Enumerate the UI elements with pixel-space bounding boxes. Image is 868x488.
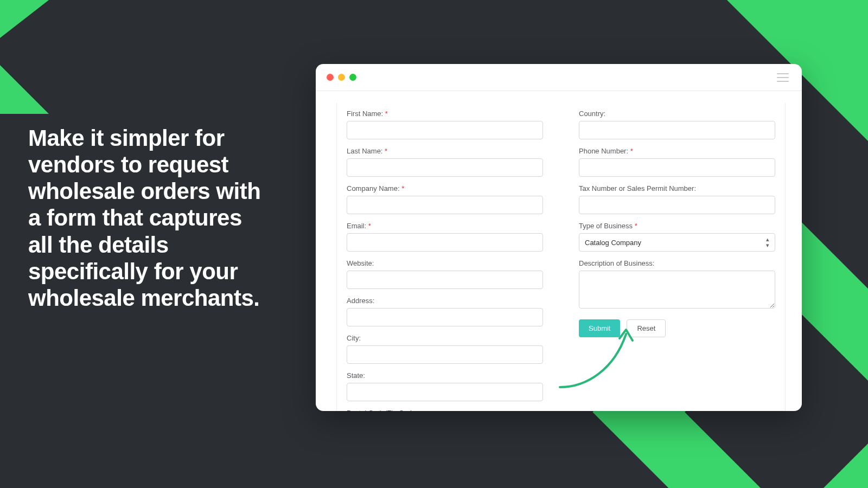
required-marker: * (385, 147, 387, 155)
label-phone: Phone Number: * (579, 147, 775, 155)
field-postal-code: Postal Code/Zip Code: (347, 409, 543, 411)
input-tax-number[interactable] (579, 196, 775, 214)
required-marker: * (401, 184, 404, 192)
input-phone[interactable] (579, 158, 775, 177)
field-email: Email: * (347, 222, 543, 252)
hamburger-menu-icon[interactable] (777, 73, 789, 82)
field-business-description: Description of Business: (579, 259, 775, 311)
select-business-type-value: Catalog Company (585, 239, 641, 247)
form-column-right: Country: Phone Number: * Tax Number or S… (569, 103, 786, 411)
input-city[interactable] (347, 345, 543, 364)
field-website: Website: (347, 259, 543, 289)
input-company-name[interactable] (347, 196, 543, 214)
decor-triangle-left-top (0, 0, 49, 38)
label-address: Address: (347, 297, 543, 305)
field-state: State: (347, 371, 543, 401)
required-marker: * (635, 222, 637, 230)
input-country[interactable] (579, 121, 775, 139)
required-marker: * (385, 110, 388, 118)
input-website[interactable] (347, 271, 543, 289)
chevron-updown-icon: ▴▾ (766, 236, 769, 248)
label-business-type: Type of Business * (579, 222, 775, 230)
label-country: Country: (579, 110, 775, 118)
field-city: City: (347, 334, 543, 364)
field-phone: Phone Number: * (579, 147, 775, 177)
input-last-name[interactable] (347, 158, 543, 177)
field-address: Address: (347, 297, 543, 326)
window-controls (327, 74, 356, 81)
required-marker: * (630, 147, 633, 155)
label-business-description: Description of Business: (579, 259, 775, 267)
label-last-name: Last Name: * (347, 147, 543, 155)
field-business-type: Type of Business * Catalog Company ▴▾ (579, 222, 775, 252)
textarea-business-description[interactable] (579, 271, 775, 309)
label-tax-number: Tax Number or Sales Permit Number: (579, 184, 775, 192)
label-company-name: Company Name: * (347, 184, 543, 192)
label-email: Email: * (347, 222, 543, 230)
reset-button[interactable]: Reset (627, 319, 666, 337)
window-titlebar (316, 64, 802, 91)
maximize-icon[interactable] (349, 74, 356, 81)
select-business-type[interactable]: Catalog Company ▴▾ (579, 233, 775, 252)
close-icon[interactable] (327, 74, 334, 81)
label-state: State: (347, 371, 543, 380)
label-first-name: First Name: * (347, 110, 543, 118)
marketing-headline: Make it simpler for vendors to request w… (28, 125, 261, 311)
wholesale-request-form: First Name: * Last Name: * Company Name:… (316, 91, 802, 411)
label-city: City: (347, 334, 543, 342)
input-first-name[interactable] (347, 121, 543, 139)
decor-triangle-left-bottom (0, 65, 49, 114)
input-email[interactable] (347, 233, 543, 252)
field-last-name: Last Name: * (347, 147, 543, 177)
minimize-icon[interactable] (338, 74, 345, 81)
input-state[interactable] (347, 383, 543, 401)
label-website: Website: (347, 259, 543, 267)
field-country: Country: (579, 110, 775, 139)
required-marker: * (368, 222, 371, 230)
field-company-name: Company Name: * (347, 184, 543, 214)
form-button-row: Submit Reset (579, 319, 775, 337)
submit-button[interactable]: Submit (579, 319, 620, 337)
browser-window: First Name: * Last Name: * Company Name:… (316, 64, 802, 411)
label-postal-code: Postal Code/Zip Code: (347, 409, 543, 411)
field-tax-number: Tax Number or Sales Permit Number: (579, 184, 775, 214)
field-first-name: First Name: * (347, 110, 543, 139)
form-column-left: First Name: * Last Name: * Company Name:… (336, 103, 553, 411)
input-address[interactable] (347, 308, 543, 326)
